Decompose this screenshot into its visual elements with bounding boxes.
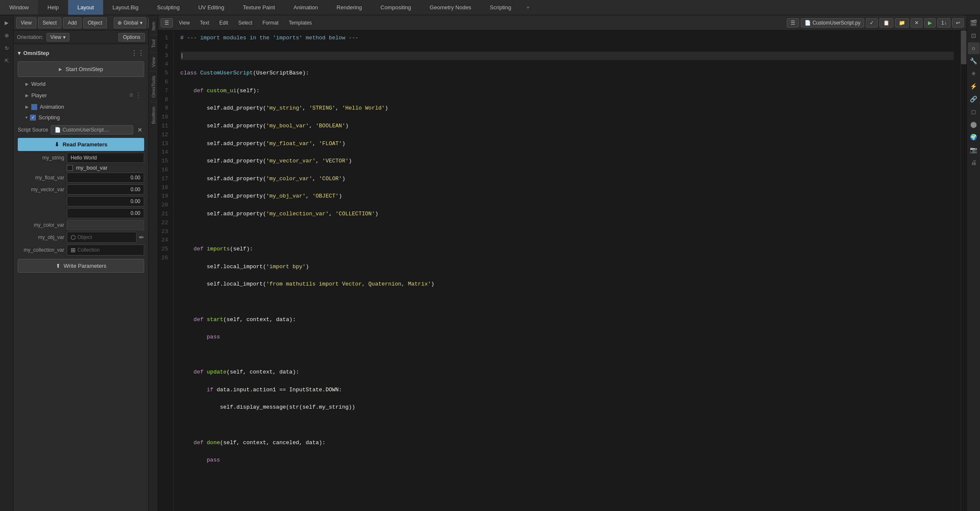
animation-tree-item[interactable]: ▶ Animation xyxy=(14,102,148,112)
code-list-icon[interactable]: ☰ xyxy=(787,18,799,27)
run-script-btn[interactable]: ▶ xyxy=(924,18,936,27)
tab-layout[interactable]: Layout xyxy=(68,0,103,15)
view-layer-icon[interactable]: ⊡ xyxy=(968,30,980,41)
vtab-booltron[interactable]: Booltron xyxy=(150,102,157,128)
script-file-button[interactable]: 📄 CustomUserScript.... xyxy=(51,125,133,135)
output-icon[interactable]: 🖨 xyxy=(968,157,980,168)
cursor-tool-icon[interactable]: ▶ xyxy=(1,17,13,29)
param-color-swatch[interactable] xyxy=(67,220,144,230)
line-numbers-toggle[interactable]: 1↓ xyxy=(937,18,950,27)
object-data-icon[interactable]: ○ xyxy=(968,42,980,54)
param-value-my-vector-var-2[interactable]: 0.00 xyxy=(67,196,144,206)
code-edit-menu[interactable]: Edit xyxy=(215,19,233,27)
code-line-8: self.add_property('my_vector_var', 'VECT… xyxy=(181,157,954,166)
scripting-tree-item[interactable]: ▾ ✓ Scripting xyxy=(14,112,148,123)
param-row-my-obj-var: my_obj_var ⬡ Object ✏ xyxy=(18,232,144,243)
upload-icon: ⬆ xyxy=(56,263,60,269)
omnistep-chevron-icon: ▾ xyxy=(18,50,21,56)
tab-help[interactable]: Help xyxy=(38,0,68,15)
omnistep-dots-icon[interactable]: ⋮⋮ xyxy=(131,49,144,57)
param-row-my-float-var: my_float_var 0.00 xyxy=(18,173,144,183)
scale-tool-icon[interactable]: ⇱ xyxy=(1,55,13,67)
tab-sculpting[interactable]: Sculpting xyxy=(148,0,189,15)
code-scrollbar[interactable] xyxy=(961,30,966,511)
code-view-menu[interactable]: View xyxy=(175,19,194,27)
code-line-10: self.add_property('my_obj_var', 'OBJECT'… xyxy=(181,192,954,201)
code-select-menu[interactable]: Select xyxy=(234,19,257,27)
tab-compositing[interactable]: Compositing xyxy=(371,0,420,15)
physics-icon[interactable]: ⚡ xyxy=(968,80,980,92)
code-text-menu[interactable]: Text xyxy=(196,19,214,27)
transform-tool-icon[interactable]: ⊕ xyxy=(1,30,13,41)
tab-scripting[interactable]: Scripting xyxy=(481,0,521,15)
param-row-my-color-var: my_color_var xyxy=(18,220,144,230)
open-folder-icon[interactable]: 📁 xyxy=(895,18,909,27)
param-value-my-float-var[interactable]: 0.00 xyxy=(67,173,144,183)
add-menu-btn[interactable]: Add xyxy=(63,17,81,28)
tab-uvediting[interactable]: UV Editing xyxy=(189,0,233,15)
code-file-button[interactable]: 📄 CustomUserScript.py xyxy=(801,18,864,27)
word-wrap-toggle[interactable]: ↩ xyxy=(952,18,964,27)
tab-layoutbig[interactable]: Layout.Big xyxy=(103,0,148,15)
checkbox-check-icon: ✓ xyxy=(31,115,35,120)
code-line-17: def start(self, context, data): xyxy=(181,316,954,324)
tab-texturepaint[interactable]: Texture Paint xyxy=(233,0,284,15)
check-icon[interactable]: ✓ xyxy=(866,18,878,27)
player-dots-icon[interactable]: ⋮ xyxy=(135,91,142,99)
param-label-my-float-var: my_float_var xyxy=(18,175,64,181)
world-tree-item[interactable]: ▶ World xyxy=(14,79,148,89)
read-parameters-button[interactable]: ⬇ Read Parameters xyxy=(18,138,144,151)
vtab-view[interactable]: View xyxy=(150,52,157,71)
close-file-btn[interactable]: ✕ xyxy=(911,18,923,27)
code-text-area[interactable]: # --- import modules in the 'imports' me… xyxy=(174,30,961,511)
code-templates-menu[interactable]: Templates xyxy=(285,19,316,27)
write-parameters-button[interactable]: ⬆ Write Parameters xyxy=(18,259,144,273)
param-obj-selector[interactable]: ⬡ Object xyxy=(67,232,137,243)
script-source-row: Script Source 📄 CustomUserScript.... ✕ xyxy=(14,124,148,136)
eyedropper-icon[interactable]: ✏ xyxy=(139,234,144,241)
scripting-chevron-icon: ▾ xyxy=(25,115,27,120)
vtab-tool[interactable]: Tool xyxy=(150,35,157,52)
player-list-icon[interactable]: ≡ xyxy=(129,91,133,99)
tab-window[interactable]: Window xyxy=(0,0,38,15)
world-icon[interactable]: 🌍 xyxy=(968,131,980,143)
tab-animation[interactable]: Animation xyxy=(284,0,327,15)
vtab-item[interactable]: Item xyxy=(150,17,157,35)
tab-rendering[interactable]: Rendering xyxy=(327,0,371,15)
object-menu-btn[interactable]: Object xyxy=(83,17,107,28)
select-menu-btn[interactable]: Select xyxy=(38,17,61,28)
script-close-button[interactable]: ✕ xyxy=(136,126,144,133)
code-editor: ☰ View Text Edit Select Format Templates… xyxy=(158,15,966,511)
tab-geometrynodes[interactable]: Geometry Nodes xyxy=(420,0,480,15)
material-icon[interactable]: ⬤ xyxy=(968,118,980,130)
code-line-19 xyxy=(181,351,954,360)
param-value-my-string[interactable]: Hello World xyxy=(67,153,144,163)
view-menu-btn[interactable]: View xyxy=(16,17,36,28)
orientation-view-label: View xyxy=(50,34,61,40)
vtab-omnitools[interactable]: OmniTools xyxy=(150,71,157,102)
scene-icon[interactable]: 🎬 xyxy=(968,17,980,29)
param-value-my-vector-var-3[interactable]: 0.00 xyxy=(67,208,144,218)
omnistep-section-header[interactable]: ▾ OmniStep ⋮⋮ xyxy=(14,47,148,60)
player-tree-item[interactable]: ▶ Player ≡ ⋮ xyxy=(14,89,148,102)
code-view-toggle-btn[interactable]: ☰ xyxy=(161,18,173,27)
start-omnistep-button[interactable]: ▶ Start OmniStep xyxy=(18,61,144,77)
new-file-icon[interactable]: 📋 xyxy=(879,18,893,27)
transform-orientation-dropdown[interactable]: ⊕ Global ▾ xyxy=(114,17,146,28)
options-btn[interactable]: Options xyxy=(118,33,145,41)
tab-add-button[interactable]: + xyxy=(520,4,536,11)
param-value-my-vector-var-1[interactable]: 0.00 xyxy=(67,184,144,195)
scrollbar-thumb[interactable] xyxy=(961,30,966,64)
render-icon[interactable]: 📷 xyxy=(968,144,980,156)
object-icon[interactable]: ◻ xyxy=(968,106,980,118)
particles-icon[interactable]: ✳ xyxy=(968,68,980,80)
scripting-checkbox[interactable]: ✓ xyxy=(30,115,36,121)
param-collection-selector[interactable]: ⊞ Collection xyxy=(67,245,144,256)
animation-checkbox[interactable] xyxy=(31,104,37,110)
code-format-menu[interactable]: Format xyxy=(258,19,283,27)
rotate-tool-icon[interactable]: ↻ xyxy=(1,42,13,54)
modifier-icon[interactable]: 🔧 xyxy=(968,55,980,67)
orientation-view-dropdown[interactable]: View ▾ xyxy=(47,33,69,41)
param-checkbox-my-bool-var[interactable] xyxy=(67,165,73,171)
constraints-icon[interactable]: 🔗 xyxy=(968,93,980,105)
